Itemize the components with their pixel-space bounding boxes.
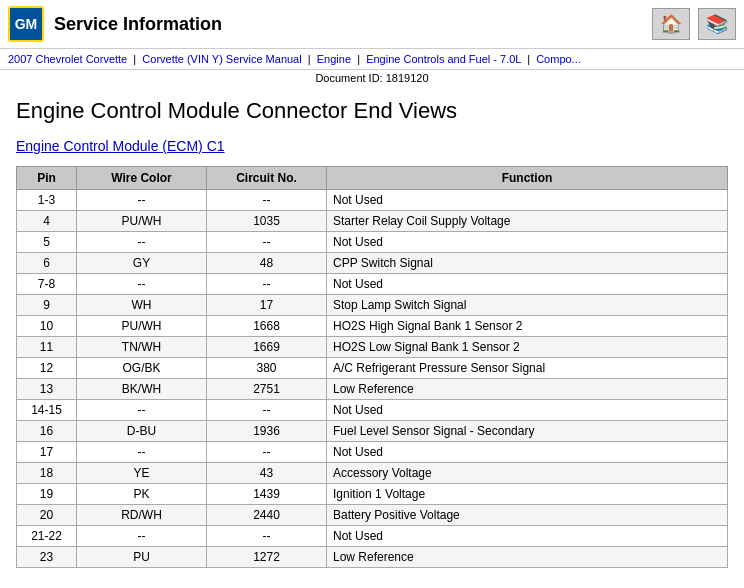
cell-pin: 6 xyxy=(17,253,77,274)
cell-function: Low Reference xyxy=(327,547,728,568)
cell-function: Not Used xyxy=(327,190,728,211)
cell-wire-color: OG/BK xyxy=(77,358,207,379)
cell-wire-color: -- xyxy=(77,400,207,421)
cell-circuit-no: -- xyxy=(207,274,327,295)
cell-pin: 19 xyxy=(17,484,77,505)
cell-pin: 20 xyxy=(17,505,77,526)
cell-wire-color: -- xyxy=(77,274,207,295)
cell-circuit-no: 380 xyxy=(207,358,327,379)
cell-wire-color: -- xyxy=(77,526,207,547)
table-row: 9WH17Stop Lamp Switch Signal xyxy=(17,295,728,316)
cell-function: Starter Relay Coil Supply Voltage xyxy=(327,211,728,232)
ecm-link[interactable]: Engine Control Module (ECM) C1 xyxy=(16,138,225,154)
cell-function: Not Used xyxy=(327,274,728,295)
cell-function: HO2S High Signal Bank 1 Sensor 2 xyxy=(327,316,728,337)
cell-function: HO2S Low Signal Bank 1 Sensor 2 xyxy=(327,337,728,358)
book-icon[interactable]: 📚 xyxy=(698,8,736,40)
cell-pin: 10 xyxy=(17,316,77,337)
cell-circuit-no: 17 xyxy=(207,295,327,316)
cell-function: Stop Lamp Switch Signal xyxy=(327,295,728,316)
cell-pin: 23 xyxy=(17,547,77,568)
table-row: 7-8----Not Used xyxy=(17,274,728,295)
header-title: Service Information xyxy=(54,14,222,35)
cell-wire-color: RD/WH xyxy=(77,505,207,526)
cell-pin: 11 xyxy=(17,337,77,358)
table-row: 13BK/WH2751Low Reference xyxy=(17,379,728,400)
table-row: 11TN/WH1669HO2S Low Signal Bank 1 Sensor… xyxy=(17,337,728,358)
cell-circuit-no: -- xyxy=(207,190,327,211)
table-row: 17----Not Used xyxy=(17,442,728,463)
cell-pin: 13 xyxy=(17,379,77,400)
table-row: 5----Not Used xyxy=(17,232,728,253)
cell-function: Not Used xyxy=(327,232,728,253)
breadcrumb-corvette[interactable]: 2007 Chevrolet Corvette xyxy=(8,53,127,65)
cell-wire-color: PK xyxy=(77,484,207,505)
main-content: Engine Control Module Connector End View… xyxy=(0,86,744,580)
cell-circuit-no: 43 xyxy=(207,463,327,484)
cell-pin: 21-22 xyxy=(17,526,77,547)
cell-wire-color: WH xyxy=(77,295,207,316)
table-row: 10PU/WH1668HO2S High Signal Bank 1 Senso… xyxy=(17,316,728,337)
cell-circuit-no: 2440 xyxy=(207,505,327,526)
cell-pin: 7-8 xyxy=(17,274,77,295)
doc-id: Document ID: 1819120 xyxy=(0,70,744,86)
col-header-wire-color: Wire Color xyxy=(77,167,207,190)
cell-function: Fuel Level Sensor Signal - Secondary xyxy=(327,421,728,442)
cell-wire-color: BK/WH xyxy=(77,379,207,400)
cell-wire-color: YE xyxy=(77,463,207,484)
ecm-table: Pin Wire Color Circuit No. Function 1-3-… xyxy=(16,166,728,568)
cell-circuit-no: 1668 xyxy=(207,316,327,337)
cell-circuit-no: 1936 xyxy=(207,421,327,442)
cell-circuit-no: 2751 xyxy=(207,379,327,400)
cell-circuit-no: 48 xyxy=(207,253,327,274)
cell-circuit-no: -- xyxy=(207,526,327,547)
breadcrumb-engine-controls[interactable]: Engine Controls and Fuel - 7.0L xyxy=(366,53,521,65)
cell-wire-color: -- xyxy=(77,442,207,463)
cell-pin: 14-15 xyxy=(17,400,77,421)
gm-logo: GM xyxy=(8,6,44,42)
cell-function: A/C Refrigerant Pressure Sensor Signal xyxy=(327,358,728,379)
cell-wire-color: PU/WH xyxy=(77,316,207,337)
col-header-pin: Pin xyxy=(17,167,77,190)
cell-circuit-no: -- xyxy=(207,400,327,421)
table-row: 18YE43Accessory Voltage xyxy=(17,463,728,484)
cell-circuit-no: 1035 xyxy=(207,211,327,232)
cell-wire-color: -- xyxy=(77,190,207,211)
cell-circuit-no: -- xyxy=(207,442,327,463)
cell-pin: 4 xyxy=(17,211,77,232)
cell-pin: 1-3 xyxy=(17,190,77,211)
cell-circuit-no: -- xyxy=(207,232,327,253)
table-row: 4PU/WH1035Starter Relay Coil Supply Volt… xyxy=(17,211,728,232)
cell-circuit-no: 1439 xyxy=(207,484,327,505)
cell-pin: 18 xyxy=(17,463,77,484)
table-row: 1-3----Not Used xyxy=(17,190,728,211)
cell-function: Not Used xyxy=(327,400,728,421)
cell-function: Not Used xyxy=(327,526,728,547)
table-row: 19PK1439Ignition 1 Voltage xyxy=(17,484,728,505)
col-header-circuit-no: Circuit No. xyxy=(207,167,327,190)
breadcrumb-engine[interactable]: Engine xyxy=(317,53,351,65)
cell-function: Accessory Voltage xyxy=(327,463,728,484)
table-row: 14-15----Not Used xyxy=(17,400,728,421)
header-icons: 🏠 📚 xyxy=(652,8,736,40)
header: GM Service Information 🏠 📚 xyxy=(0,0,744,49)
table-row: 16D-BU1936Fuel Level Sensor Signal - Sec… xyxy=(17,421,728,442)
cell-pin: 16 xyxy=(17,421,77,442)
cell-wire-color: D-BU xyxy=(77,421,207,442)
table-row: 23PU1272Low Reference xyxy=(17,547,728,568)
page-heading: Engine Control Module Connector End View… xyxy=(16,98,728,124)
cell-function: Ignition 1 Voltage xyxy=(327,484,728,505)
table-row: 12OG/BK380A/C Refrigerant Pressure Senso… xyxy=(17,358,728,379)
cell-function: CPP Switch Signal xyxy=(327,253,728,274)
col-header-function: Function xyxy=(327,167,728,190)
cell-wire-color: -- xyxy=(77,232,207,253)
breadcrumb-manual[interactable]: Corvette (VIN Y) Service Manual xyxy=(142,53,301,65)
cell-function: Not Used xyxy=(327,442,728,463)
table-row: 6GY48CPP Switch Signal xyxy=(17,253,728,274)
cell-wire-color: PU xyxy=(77,547,207,568)
home-icon[interactable]: 🏠 xyxy=(652,8,690,40)
breadcrumb-compo[interactable]: Compo... xyxy=(536,53,581,65)
cell-function: Battery Positive Voltage xyxy=(327,505,728,526)
cell-function: Low Reference xyxy=(327,379,728,400)
cell-wire-color: GY xyxy=(77,253,207,274)
